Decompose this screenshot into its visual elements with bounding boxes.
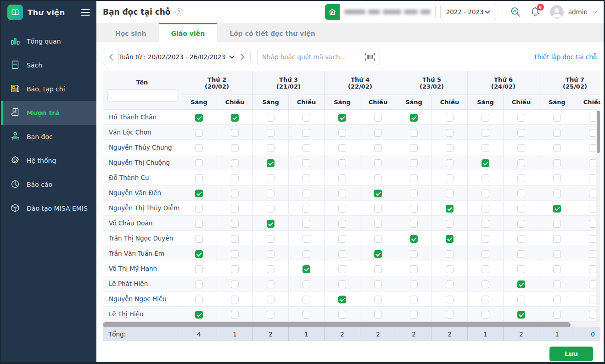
attendance-checkbox[interactable] — [482, 220, 489, 228]
attendance-checkbox[interactable] — [482, 265, 489, 273]
user-menu-chevron-icon[interactable] — [592, 11, 597, 14]
attendance-checkbox[interactable] — [589, 280, 597, 288]
attendance-checkbox[interactable] — [374, 311, 382, 319]
attendance-checkbox[interactable] — [338, 190, 346, 197]
attendance-checkbox[interactable] — [338, 220, 346, 228]
attendance-checkbox[interactable] — [267, 265, 274, 273]
attendance-checkbox[interactable] — [517, 190, 525, 197]
attendance-checkbox[interactable] — [589, 205, 597, 213]
attendance-checkbox[interactable] — [482, 144, 489, 152]
attendance-checkbox[interactable] — [517, 265, 525, 273]
attendance-checkbox[interactable] — [446, 220, 454, 228]
sidebar-item-tong-quan[interactable]: Tổng quan — [1, 29, 96, 53]
attendance-checkbox[interactable] — [338, 311, 346, 319]
attendance-checkbox[interactable] — [231, 190, 239, 197]
attendance-checkbox[interactable] — [410, 250, 418, 258]
attendance-checkbox[interactable] — [553, 159, 561, 167]
attendance-checkbox[interactable] — [302, 190, 310, 197]
tab-lop-doc[interactable]: Lớp có tiết đọc thư viện — [217, 23, 327, 42]
attendance-checkbox[interactable] — [338, 235, 346, 243]
attendance-checkbox[interactable] — [517, 250, 525, 258]
attendance-checkbox[interactable] — [482, 114, 489, 122]
attendance-checkbox[interactable] — [338, 265, 346, 273]
attendance-checkbox[interactable] — [553, 250, 561, 258]
week-select[interactable]: Tuần từ : 20/02/2023 - 26/02/2023 — [119, 49, 235, 65]
attendance-checkbox[interactable] — [482, 280, 489, 288]
tab-hoc-sinh[interactable]: Học sinh — [103, 23, 159, 42]
attendance-checkbox[interactable] — [267, 174, 274, 182]
attendance-checkbox[interactable] — [267, 235, 274, 243]
attendance-checkbox[interactable] — [482, 129, 489, 137]
attendance-checkbox[interactable] — [517, 114, 525, 122]
attendance-checkbox[interactable] — [553, 280, 561, 288]
attendance-checkbox[interactable] — [374, 250, 382, 258]
attendance-checkbox[interactable] — [267, 296, 274, 303]
sidebar-item-bao-tap-chi[interactable]: Báo, tạp chí — [1, 77, 96, 101]
attendance-checkbox[interactable] — [517, 129, 525, 137]
name-filter-input[interactable] — [107, 90, 177, 102]
search-trend-icon[interactable] — [510, 6, 521, 18]
attendance-checkbox[interactable] — [374, 205, 382, 213]
attendance-checkbox[interactable] — [517, 159, 525, 167]
attendance-checkbox[interactable] — [267, 250, 274, 258]
attendance-checkbox[interactable] — [231, 159, 239, 167]
attendance-checkbox[interactable] — [374, 129, 382, 137]
attendance-checkbox[interactable] — [374, 220, 382, 228]
attendance-checkbox[interactable] — [231, 114, 239, 122]
attendance-checkbox[interactable] — [267, 205, 274, 213]
attendance-checkbox[interactable] — [338, 250, 346, 258]
attendance-checkbox[interactable] — [517, 235, 525, 243]
attendance-checkbox[interactable] — [410, 296, 418, 303]
attendance-checkbox[interactable] — [195, 235, 203, 243]
attendance-checkbox[interactable] — [446, 174, 454, 182]
attendance-checkbox[interactable] — [302, 265, 310, 273]
attendance-checkbox[interactable] — [446, 205, 454, 213]
attendance-checkbox[interactable] — [446, 235, 454, 243]
attendance-checkbox[interactable] — [482, 159, 489, 167]
attendance-checkbox[interactable] — [338, 280, 346, 288]
attendance-checkbox[interactable] — [267, 220, 274, 228]
attendance-checkbox[interactable] — [231, 174, 239, 182]
attendance-checkbox[interactable] — [446, 129, 454, 137]
attendance-checkbox[interactable] — [482, 174, 489, 182]
attendance-checkbox[interactable] — [553, 174, 561, 182]
attendance-checkbox[interactable] — [517, 311, 525, 319]
attendance-checkbox[interactable] — [374, 114, 382, 122]
attendance-checkbox[interactable] — [195, 296, 203, 303]
week-prev-button[interactable] — [103, 49, 119, 65]
attendance-checkbox[interactable] — [231, 250, 239, 258]
attendance-checkbox[interactable] — [374, 265, 382, 273]
attendance-checkbox[interactable] — [302, 280, 310, 288]
barcode-input[interactable] — [262, 53, 361, 61]
attendance-checkbox[interactable] — [195, 205, 203, 213]
attendance-checkbox[interactable] — [553, 265, 561, 273]
attendance-checkbox[interactable] — [267, 280, 274, 288]
attendance-checkbox[interactable] — [446, 250, 454, 258]
attendance-checkbox[interactable] — [267, 190, 274, 197]
attendance-checkbox[interactable] — [374, 174, 382, 182]
attendance-checkbox[interactable] — [553, 144, 561, 152]
attendance-checkbox[interactable] — [446, 144, 454, 152]
attendance-checkbox[interactable] — [446, 159, 454, 167]
attendance-checkbox[interactable] — [231, 280, 239, 288]
attendance-checkbox[interactable] — [446, 114, 454, 122]
attendance-checkbox[interactable] — [553, 205, 561, 213]
attendance-checkbox[interactable] — [589, 296, 597, 303]
attendance-checkbox[interactable] — [195, 174, 203, 182]
sidebar-item-muon-tra[interactable]: Mượn trả — [1, 101, 96, 125]
attendance-checkbox[interactable] — [267, 311, 274, 319]
attendance-checkbox[interactable] — [446, 280, 454, 288]
attendance-checkbox[interactable] — [231, 129, 239, 137]
attendance-checkbox[interactable] — [589, 190, 597, 197]
attendance-checkbox[interactable] — [589, 159, 597, 167]
attendance-checkbox[interactable] — [410, 114, 418, 122]
attendance-checkbox[interactable] — [446, 190, 454, 197]
attendance-checkbox[interactable] — [302, 205, 310, 213]
sidebar-item-ban-doc[interactable]: Bạn đọc — [1, 125, 96, 149]
horizontal-scrollbar[interactable] — [103, 322, 600, 327]
attendance-checkbox[interactable] — [302, 174, 310, 182]
attendance-checkbox[interactable] — [482, 235, 489, 243]
attendance-checkbox[interactable] — [231, 144, 239, 152]
attendance-checkbox[interactable] — [374, 190, 382, 197]
attendance-checkbox[interactable] — [195, 114, 203, 122]
